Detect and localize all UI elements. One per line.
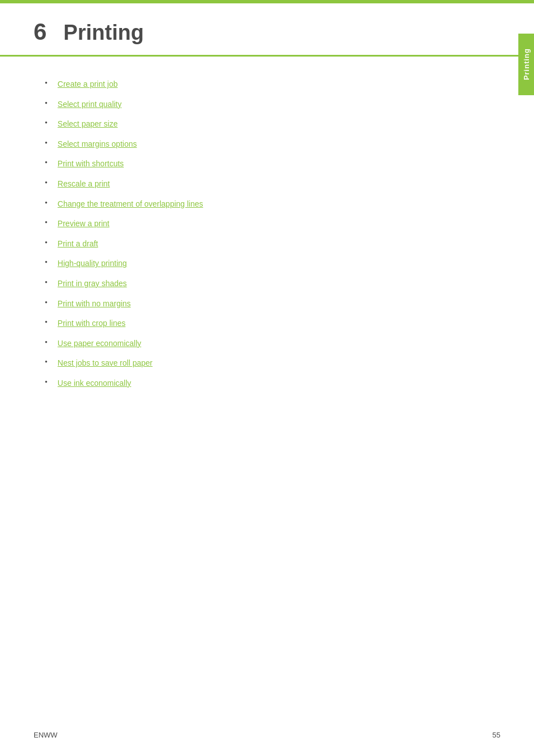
list-item: ●Print with shortcuts — [45, 158, 500, 170]
bullet-icon: ● — [45, 220, 48, 225]
list-item: ●Print in gray shades — [45, 278, 500, 290]
bullet-icon: ● — [45, 200, 48, 205]
toc-link-16[interactable]: Use ink economically — [58, 378, 132, 389]
sidebar-tab[interactable]: Printing — [518, 34, 534, 95]
footer-right-text: 55 — [493, 731, 500, 739]
bullet-icon: ● — [45, 279, 48, 284]
bullet-icon: ● — [45, 379, 48, 384]
list-item: ●Change the treatment of overlapping lin… — [45, 199, 500, 210]
bullet-icon: ● — [45, 259, 48, 264]
toc-link-12[interactable]: Print with no margins — [58, 298, 131, 310]
toc-link-13[interactable]: Print with crop lines — [58, 318, 125, 329]
main-content: ●Create a print job●Select print quality… — [0, 79, 534, 432]
bullet-icon: ● — [45, 100, 48, 105]
toc-link-9[interactable]: Print a draft — [58, 239, 98, 250]
toc-link-5[interactable]: Print with shortcuts — [58, 158, 124, 170]
toc-link-4[interactable]: Select margins options — [58, 139, 137, 150]
toc-link-14[interactable]: Use paper economically — [58, 338, 141, 349]
bullet-icon: ● — [45, 80, 48, 85]
list-item: ●Rescale a print — [45, 179, 500, 190]
list-item: ●Select margins options — [45, 139, 500, 150]
bullet-icon: ● — [45, 240, 48, 245]
bullet-icon: ● — [45, 160, 48, 165]
page-footer: ENWW 55 — [34, 731, 500, 739]
bullet-icon: ● — [45, 319, 48, 324]
chapter-header: 6 Printing — [0, 3, 534, 57]
toc-list: ●Create a print job●Select print quality… — [45, 79, 500, 389]
toc-link-6[interactable]: Rescale a print — [58, 179, 110, 190]
bullet-icon: ● — [45, 359, 48, 364]
list-item: ●Select print quality — [45, 99, 500, 110]
list-item: ●Nest jobs to save roll paper — [45, 358, 500, 369]
bullet-icon: ● — [45, 339, 48, 344]
toc-link-7[interactable]: Change the treatment of overlapping line… — [58, 199, 203, 210]
toc-link-10[interactable]: High-quality printing — [58, 258, 127, 269]
sidebar-tab-label: Printing — [522, 48, 531, 80]
list-item: ●Create a print job — [45, 79, 500, 90]
bullet-icon: ● — [45, 180, 48, 185]
bullet-icon: ● — [45, 300, 48, 305]
toc-link-15[interactable]: Nest jobs to save roll paper — [58, 358, 153, 369]
toc-link-2[interactable]: Select print quality — [58, 99, 121, 110]
list-item: ●Print with no margins — [45, 298, 500, 310]
bullet-icon: ● — [45, 120, 48, 125]
list-item: ●High-quality printing — [45, 258, 500, 269]
list-item: ●Use paper economically — [45, 338, 500, 349]
page-container: Printing 6 Printing ●Create a print job●… — [0, 0, 534, 756]
list-item: ●Print with crop lines — [45, 318, 500, 329]
footer-left-text: ENWW — [34, 731, 58, 739]
list-item: ●Select paper size — [45, 119, 500, 130]
toc-link-8[interactable]: Preview a print — [58, 218, 110, 230]
toc-link-11[interactable]: Print in gray shades — [58, 278, 127, 290]
toc-link-3[interactable]: Select paper size — [58, 119, 118, 130]
chapter-title: Printing — [63, 22, 144, 43]
bullet-icon: ● — [45, 140, 48, 145]
list-item: ●Print a draft — [45, 239, 500, 250]
list-item: ●Use ink economically — [45, 378, 500, 389]
list-item: ●Preview a print — [45, 218, 500, 230]
toc-link-1[interactable]: Create a print job — [58, 79, 118, 90]
chapter-number: 6 — [34, 20, 46, 44]
